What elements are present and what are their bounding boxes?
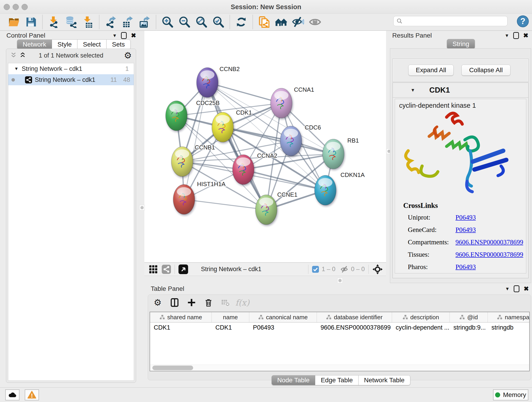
cell-shared-name[interactable]: CDK1 <box>150 322 212 332</box>
cell--id[interactable]: stringdb:9... <box>450 322 488 332</box>
hidden-eye-slash-icon[interactable] <box>341 265 349 274</box>
search-input[interactable] <box>403 17 507 25</box>
network-node-CDKN1A[interactable] <box>315 175 336 205</box>
network-node-CCNB2[interactable] <box>196 68 218 97</box>
column-header-name[interactable]: name <box>212 312 249 322</box>
import-table-file-icon[interactable] <box>82 15 94 29</box>
export-network-icon[interactable] <box>104 15 117 29</box>
export-table-icon[interactable] <box>121 15 134 29</box>
column-header-database-identifier[interactable]: database identifier <box>317 312 392 322</box>
control-panel-close-icon[interactable]: ✖ <box>131 32 136 39</box>
delete-column-icon[interactable] <box>203 297 214 308</box>
gene-section-header[interactable]: ▼ CDK1 <box>393 83 528 98</box>
column-header-namespace[interactable]: namespace <box>488 312 530 322</box>
network-node-CDC25B[interactable] <box>166 101 187 131</box>
help-icon[interactable]: ? <box>517 15 529 28</box>
horizontal-splitter-handle[interactable] <box>337 278 343 283</box>
control-panel-float-icon[interactable] <box>121 32 127 39</box>
warnings-button[interactable] <box>25 389 39 400</box>
tab-sets[interactable]: Sets <box>107 39 131 50</box>
expand-all-button[interactable]: Expand All <box>408 65 454 76</box>
zoom-fit-icon[interactable] <box>195 15 208 29</box>
add-column-icon[interactable] <box>186 297 197 308</box>
gene-expander-icon[interactable]: ▼ <box>411 88 415 93</box>
network-view-share-icon[interactable] <box>162 265 171 274</box>
save-session-icon[interactable] <box>25 15 37 29</box>
refresh-icon[interactable] <box>235 15 247 29</box>
export-image-icon[interactable] <box>138 15 151 29</box>
tab-network[interactable]: Network <box>17 39 52 50</box>
grid-view-icon[interactable] <box>149 265 158 274</box>
crosslink-link[interactable]: P06493 <box>456 226 476 234</box>
network-collection-count: 1 <box>125 65 129 72</box>
search-box[interactable] <box>393 16 507 26</box>
edge-CDK1-RB1[interactable] <box>223 127 333 154</box>
zoom-in-icon[interactable] <box>161 15 174 29</box>
table-panel-float-icon[interactable] <box>514 285 519 292</box>
network-node-CCNA2[interactable] <box>233 155 254 185</box>
hide-graphics-icon[interactable] <box>292 15 304 29</box>
cell-description[interactable]: cyclin-dependent ... <box>392 322 450 332</box>
network-node-CCNE1[interactable] <box>255 195 277 225</box>
network-node-CCNA1[interactable] <box>271 88 292 118</box>
tab-select[interactable]: Select <box>77 39 107 50</box>
zoom-selected-icon[interactable] <box>212 15 225 29</box>
memory-button[interactable]: Memory <box>493 389 528 400</box>
column-header-description[interactable]: description <box>392 312 450 322</box>
hidden-nodes-edges-count: 0 – 0 <box>351 266 365 273</box>
import-network-database-icon[interactable] <box>65 15 77 29</box>
results-panel-close-icon[interactable]: ✖ <box>523 32 528 39</box>
table-panel-collapse-icon[interactable]: ▼ <box>505 286 510 292</box>
network-node-CDK1[interactable] <box>212 112 234 142</box>
crosslink-link[interactable]: 9606.ENSP00000378699 <box>456 251 523 258</box>
tree-expander-icon[interactable]: ▼ <box>14 66 19 71</box>
import-network-file-icon[interactable] <box>48 15 60 29</box>
network-node-CCNB1[interactable] <box>171 147 193 177</box>
network-list: ▼ String Network – cdk1 1 String Network… <box>8 63 134 381</box>
open-session-icon[interactable] <box>8 15 20 29</box>
results-panel-collapse-icon[interactable]: ▼ <box>505 33 509 38</box>
string-home-icon[interactable] <box>275 15 287 29</box>
column-header-shared-name[interactable]: shared name <box>150 312 212 322</box>
detach-view-icon[interactable] <box>178 264 188 274</box>
results-panel-float-icon[interactable] <box>513 32 519 39</box>
tab-edge-table[interactable]: Edge Table <box>315 375 359 385</box>
show-columns-icon[interactable] <box>169 297 180 308</box>
cell-database-identifier[interactable]: 9606.ENSP00000378699 <box>317 322 392 332</box>
column-header-canonical-name[interactable]: canonical name <box>249 312 317 322</box>
network-view-toolbar: String Network – cdk1 1 – 0 0 – 0 <box>144 263 386 276</box>
search-icon <box>396 18 403 24</box>
collapse-all-button[interactable]: Collapse All <box>462 65 510 76</box>
tab-string[interactable]: String <box>447 39 475 49</box>
tab-network-table[interactable]: Network Table <box>359 375 410 385</box>
birdseye-navigator-icon[interactable] <box>372 264 383 274</box>
cell-name[interactable]: CDK1 <box>212 322 249 332</box>
network-collection-row[interactable]: ▼ String Network – cdk1 1 <box>8 63 134 74</box>
cell-canonical-name[interactable]: P06493 <box>249 322 317 332</box>
cell-namespace[interactable]: stringdb <box>488 322 530 332</box>
crosslink-link[interactable]: P06493 <box>456 263 476 271</box>
network-from-clipboard-icon[interactable] <box>258 15 270 29</box>
network-node-HIST1H1A[interactable] <box>173 185 195 214</box>
left-splitter-handle[interactable] <box>139 205 145 211</box>
control-panel-collapse-icon[interactable]: ▼ <box>113 33 117 38</box>
table-panel-close-icon[interactable]: ✖ <box>524 286 529 292</box>
crosslink-link[interactable]: 9606.ENSP00000378699 <box>456 238 523 246</box>
edge-HIST1H1A-CCNE1[interactable] <box>184 199 266 210</box>
selected-checkbox-icon[interactable] <box>312 266 319 273</box>
crosslink-link[interactable]: P06493 <box>456 214 476 221</box>
tab-node-table[interactable]: Node Table <box>272 375 315 385</box>
memory-status-dot <box>495 392 500 397</box>
table-horizontal-scrollbar[interactable] <box>150 365 529 371</box>
tab-style[interactable]: Style <box>52 39 77 50</box>
scrollbar-thumb[interactable] <box>152 366 193 370</box>
column-header--id[interactable]: @id <box>450 312 488 322</box>
cloud-status-button[interactable] <box>5 389 19 400</box>
node-table-row[interactable]: CDK1CDK1P064939606.ENSP00000378699cyclin… <box>150 322 529 332</box>
network-node-RB1[interactable] <box>323 139 344 169</box>
network-row-selected[interactable]: String Network – cdk1 11 48 <box>8 74 134 85</box>
table-options-gear-icon[interactable]: ⚙ <box>152 297 163 308</box>
network-canvas[interactable]: CCNB2CCNA1CDC25BCDK1CDC6RB1CCNB1CCNA2CDK… <box>144 31 386 263</box>
network-node-CDC6[interactable] <box>280 126 302 156</box>
zoom-out-icon[interactable] <box>178 15 191 29</box>
